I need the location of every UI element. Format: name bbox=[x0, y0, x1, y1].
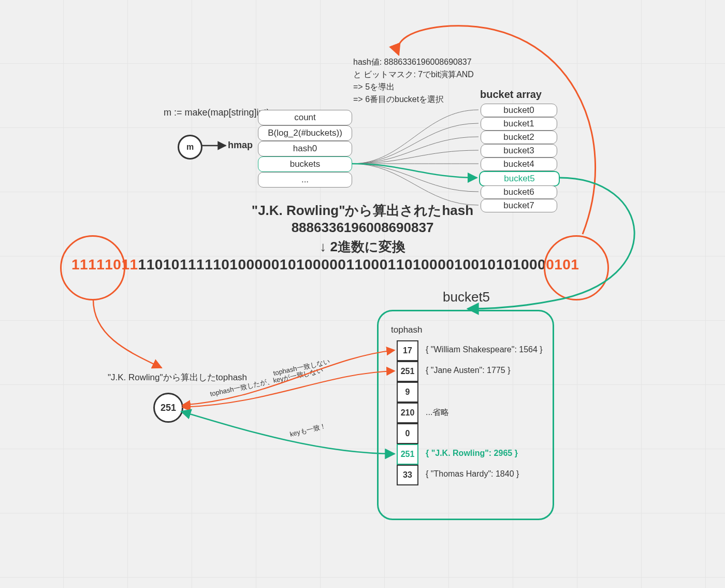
node-m: m bbox=[178, 135, 202, 160]
kv-item: { "Jane Austen": 1775 } bbox=[426, 366, 511, 375]
tophash-source-label: "J.K. Rowling"から算出したtophash bbox=[108, 371, 247, 383]
tophash-cell: 9 bbox=[397, 382, 418, 403]
bucket-item: bucket3 bbox=[481, 144, 557, 157]
tophash-cell: 0 bbox=[397, 423, 418, 444]
hmap-field: B(log_2(#buckets)) bbox=[258, 125, 352, 141]
bucket-item: bucket0 bbox=[481, 104, 557, 117]
binary-mid-bits: 1101011111010000010100000110001101000010… bbox=[138, 256, 546, 273]
bucket-item-selected: bucket5 bbox=[479, 171, 560, 187]
hash-decimal: 8886336196008690837 bbox=[0, 220, 725, 236]
node-tophash: 251 bbox=[153, 393, 183, 423]
ring-high-bits bbox=[60, 235, 125, 300]
tophash-label: tophash bbox=[391, 325, 423, 335]
bucket5-title: bucket5 bbox=[443, 289, 490, 305]
kv-item: { "Thomas Hardy": 1840 } bbox=[426, 469, 519, 479]
binary-value: 1111101111010111110100000101000001100011… bbox=[71, 256, 579, 273]
node-m-label: m bbox=[186, 142, 194, 152]
hmap-label: hmap bbox=[228, 140, 253, 151]
bucket-item: bucket4 bbox=[481, 157, 557, 171]
tophash-cell: 33 bbox=[397, 465, 418, 485]
m-declaration: m := make(map[string]int) bbox=[164, 107, 270, 118]
bucket-item: bucket2 bbox=[481, 131, 557, 144]
hmap-field: hash0 bbox=[258, 141, 352, 156]
hash-source-line: "J.K. Rowling"から算出されたhash bbox=[0, 202, 725, 220]
kv-item: { "William Shakespeare": 1564 } bbox=[426, 345, 543, 354]
bucket-array-title: bucket array bbox=[480, 89, 542, 101]
ring-low-bits bbox=[544, 235, 609, 300]
bucket-item: bucket6 bbox=[481, 185, 557, 199]
bucket-item: bucket1 bbox=[481, 117, 557, 131]
kv-item-match: { "J.K. Rowling": 2965 } bbox=[426, 449, 518, 458]
tophash-cell: 251 bbox=[397, 361, 418, 382]
kv-item: ...省略 bbox=[426, 407, 449, 418]
hmap-field-buckets: buckets bbox=[258, 156, 352, 172]
tophash-cell-match: 251 bbox=[397, 444, 418, 465]
hmap-field: ... bbox=[258, 172, 352, 188]
hmap-field: count bbox=[258, 110, 352, 125]
tophash-cell: 210 bbox=[397, 403, 418, 423]
tophash-cell: 17 bbox=[397, 340, 418, 361]
